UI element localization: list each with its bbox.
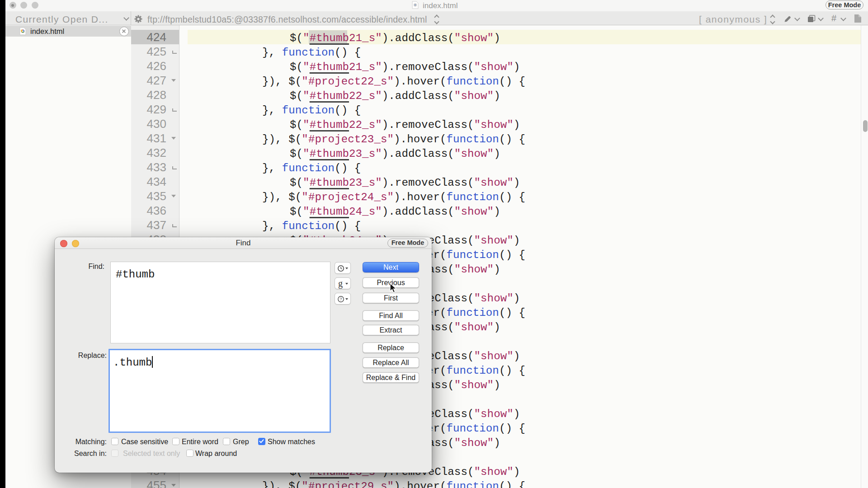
svg-text:?: ? <box>340 296 342 301</box>
